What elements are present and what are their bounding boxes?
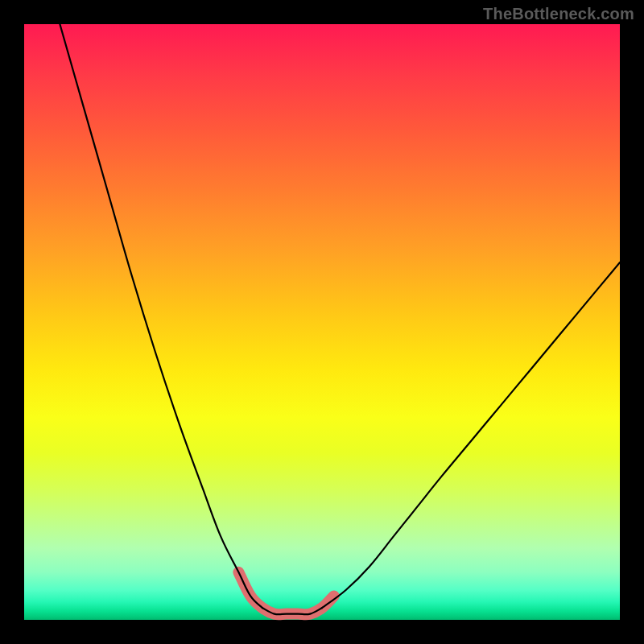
- left-curve: [60, 24, 262, 608]
- highlight-band: [238, 572, 333, 614]
- curve-layer: [24, 24, 620, 620]
- right-curve: [322, 262, 620, 608]
- watermark-text: TheBottleneck.com: [483, 5, 634, 23]
- plot-area: [24, 24, 620, 620]
- chart-frame: TheBottleneck.com: [0, 0, 644, 644]
